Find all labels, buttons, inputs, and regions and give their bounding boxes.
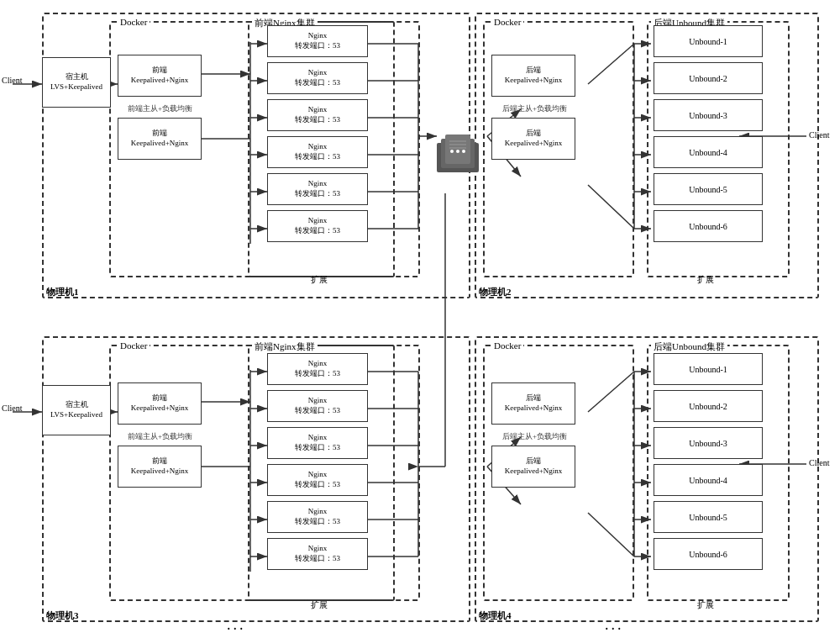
rear-keepalived-bottom-2: 后端 Keepalived+Nginx [491, 118, 575, 160]
unbound-box-4-6: Unbound-6 [654, 538, 763, 570]
front-keepalived-bottom-1: 前端 Keepalived+Nginx [118, 118, 202, 160]
docker-label-3: Docker [118, 340, 150, 351]
unbound-box-4-3: Unbound-3 [654, 427, 763, 459]
unbound-box-2-5: Unbound-5 [654, 173, 763, 205]
client-right-2: Client [809, 130, 829, 140]
unbound-box-2-4: Unbound-4 [654, 136, 763, 168]
svg-point-73 [462, 150, 465, 153]
unbound-box-4-2: Unbound-2 [654, 390, 763, 422]
client-left-1: Client [2, 76, 22, 85]
front-lb-label-1: 前端主从+负载均衡 [128, 103, 192, 114]
client-left-3: Client [2, 404, 22, 413]
unbound-box-2-6: Unbound-6 [654, 210, 763, 242]
nginx-box-1-3: Nginx 转发端口：53 [267, 99, 368, 131]
nginx-cluster-label-3: 前端Nginx集群 [252, 340, 318, 353]
nginx-box-1-6: Nginx 转发端口：53 [267, 210, 368, 242]
nginx-box-1-2: Nginx 转发端口：53 [267, 62, 368, 94]
unbound-box-4-4: Unbound-4 [654, 464, 763, 496]
nginx-box-3-4: Nginx 转发端口：53 [267, 464, 368, 496]
unbound-box-4-1: Unbound-1 [654, 353, 763, 385]
nginx-box-1-5: Nginx 转发端口：53 [267, 173, 368, 205]
front-keepalived-top-1: 前端 Keepalived+Nginx [118, 55, 202, 97]
lvs-box-3: 宿主机 LVS+Keepalived [42, 385, 111, 435]
docker-label-2: Docker [491, 17, 523, 27]
nginx-box-1-4: Nginx 转发端口：53 [267, 136, 368, 168]
rear-lb-label-4: 后端主从+负载均衡 [502, 431, 567, 442]
lvs-box-1: 宿主机 LVS+Keepalived [42, 57, 111, 108]
front-keepalived-top-3: 前端 Keepalived+Nginx [118, 382, 202, 425]
unbound-cluster-label-4: 后端Unbound集群 [651, 340, 727, 353]
extend-label-3: 扩展 [311, 599, 328, 611]
extend-label-2: 扩展 [697, 274, 714, 286]
svg-point-72 [456, 150, 459, 153]
phys-machine-2-label: 物理机2 [479, 286, 512, 298]
architecture-diagram: 物理机1 Docker 前端Nginx集群 宿主机 LVS+Keepalived… [0, 0, 840, 633]
nginx-box-3-1: Nginx 转发端口：53 [267, 353, 368, 385]
switch-box [428, 126, 487, 193]
rear-keepalived-top-2: 后端 Keepalived+Nginx [491, 55, 575, 97]
docker-label-1: Docker [118, 17, 150, 27]
nginx-box-1-1: Nginx 转发端口：53 [267, 25, 368, 57]
unbound-box-2-2: Unbound-2 [654, 62, 763, 94]
nginx-box-3-2: Nginx 转发端口：53 [267, 390, 368, 422]
svg-point-71 [450, 150, 454, 153]
extend-label-4: 扩展 [697, 599, 714, 611]
rear-keepalived-top-4: 后端 Keepalived+Nginx [491, 382, 575, 425]
rear-keepalived-bottom-4: 后端 Keepalived+Nginx [491, 446, 575, 488]
client-right-4: Client [809, 458, 829, 467]
front-keepalived-bottom-3: 前端 Keepalived+Nginx [118, 446, 202, 488]
extend-label-1: 扩展 [311, 274, 328, 286]
nginx-box-3-5: Nginx 转发端口：53 [267, 501, 368, 533]
rear-lb-label-2: 后端主从+负载均衡 [502, 103, 567, 114]
unbound-box-2-1: Unbound-1 [654, 25, 763, 57]
unbound-box-4-5: Unbound-5 [654, 501, 763, 533]
dots-bottom-right: ··· [605, 620, 624, 633]
nginx-box-3-6: Nginx 转发端口：53 [267, 538, 368, 570]
front-lb-label-3: 前端主从+负载均衡 [128, 431, 192, 442]
phys-machine-1-label: 物理机1 [46, 286, 79, 298]
nginx-box-3-3: Nginx 转发端口：53 [267, 427, 368, 459]
phys-machine-3-label: 物理机3 [46, 609, 79, 622]
dots-bottom-left: ··· [227, 620, 246, 633]
unbound-box-2-3: Unbound-3 [654, 99, 763, 131]
docker-label-4: Docker [491, 340, 523, 351]
phys-machine-4-label: 物理机4 [479, 609, 512, 622]
svg-rect-67 [445, 135, 470, 164]
